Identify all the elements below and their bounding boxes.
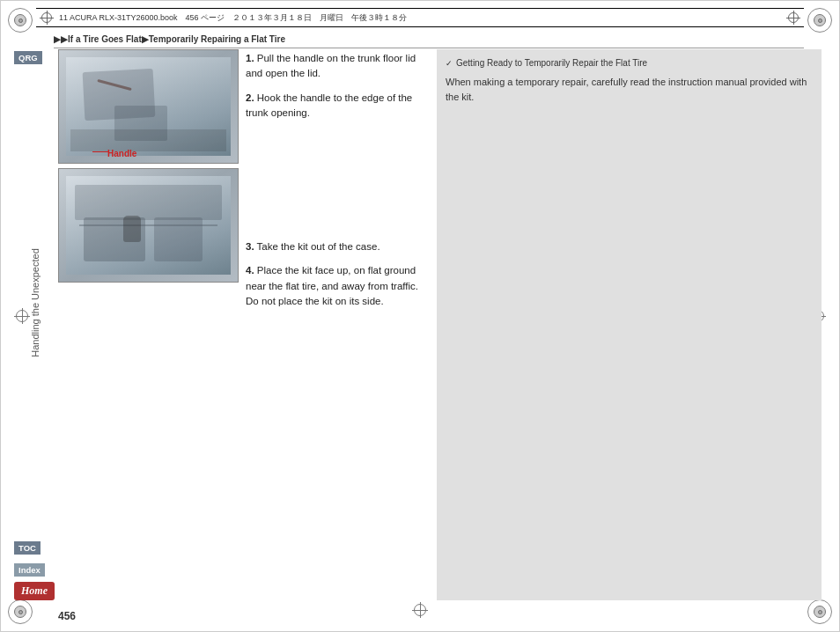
step-4-num: 4. — [246, 265, 254, 276]
step-1-num: 1. — [246, 53, 254, 63]
step-2: 2. Hook the handle to the edge of the tr… — [246, 91, 428, 121]
step-4: 4. Place the kit face up, on flat ground… — [246, 263, 428, 309]
trunk-image-bottom — [58, 168, 239, 283]
index-button[interactable]: Index — [14, 563, 45, 577]
breadcrumb-text: ▶▶If a Tire Goes Flat▶Temporarily Repair… — [54, 34, 285, 44]
corner-decoration-bl — [8, 599, 33, 624]
header-file-info: 11 ACURA RLX-31TY26000.book 456 ページ ２０１３… — [59, 12, 407, 24]
images-column: Handle — [58, 49, 239, 600]
main-content: Handle — [58, 49, 822, 600]
step-4-text: Place the kit face up, on flat ground ne… — [246, 265, 418, 306]
step-2-text: Hook the handle to the edge of the trunk… — [246, 92, 412, 118]
trunk-image-top: Handle — [58, 49, 239, 164]
qrg-button[interactable]: QRG — [14, 51, 42, 64]
steps-column: 1. Pull the handle on the trunk floor li… — [246, 49, 428, 600]
step-3-text: Take the kit out of the case. — [257, 241, 380, 252]
left-sidebar: QRG Handling the Unexpected TOC Index Ho… — [14, 49, 56, 600]
corner-decoration-br — [807, 599, 832, 624]
home-button[interactable]: Home — [14, 582, 55, 600]
images-and-steps: Handle — [58, 49, 428, 600]
vertical-label: Handling the Unexpected — [30, 248, 41, 357]
note-text: When making a temporary repair, carefull… — [446, 75, 813, 104]
note-box: Getting Ready to Temporarily Repair the … — [437, 49, 822, 600]
note-title-text: Getting Ready to Temporarily Repair the … — [456, 58, 647, 68]
step-1-text: Pull the handle on the trunk floor lid a… — [246, 53, 416, 78]
step-3: 3. Take the kit out of the case. — [246, 239, 428, 254]
page-number: 456 — [58, 610, 76, 622]
breadcrumb: ▶▶If a Tire Goes Flat▶Temporarily Repair… — [54, 34, 804, 48]
step-3-num: 3. — [246, 241, 254, 252]
header-bar: 11 ACURA RLX-31TY26000.book 456 ページ ２０１３… — [36, 8, 804, 27]
step-1: 1. Pull the handle on the trunk floor li… — [246, 51, 428, 82]
page: 11 ACURA RLX-31TY26000.book 456 ページ ２０１３… — [0, 0, 840, 632]
crosshair-bottom — [412, 602, 428, 618]
note-title: Getting Ready to Temporarily Repair the … — [446, 58, 813, 68]
corner-decoration-tr — [807, 8, 832, 33]
step-2-num: 2. — [246, 92, 254, 103]
handle-label: Handle — [107, 149, 136, 158]
toc-button[interactable]: TOC — [14, 541, 41, 555]
corner-decoration-tl — [8, 8, 33, 33]
